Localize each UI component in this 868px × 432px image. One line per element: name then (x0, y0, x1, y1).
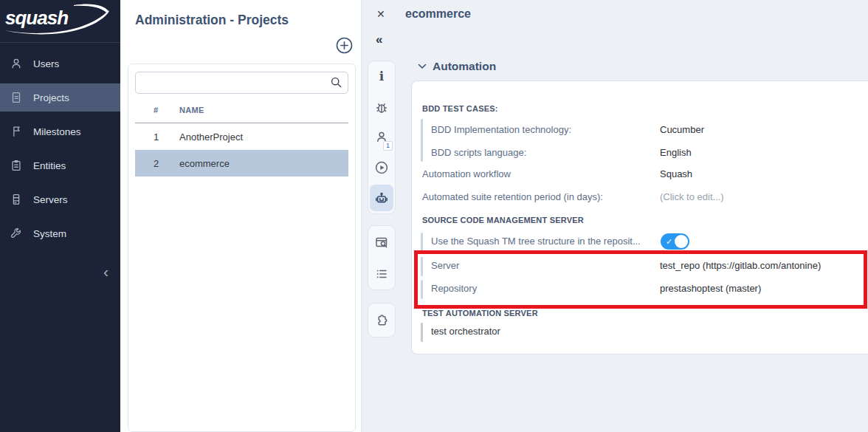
list-icon[interactable] (370, 261, 393, 287)
bdd-section-header: BDD TEST CASES: (422, 103, 498, 114)
indent-bar (421, 280, 423, 299)
detail-toolbar-main: i 1 (368, 61, 396, 214)
add-project-button[interactable] (336, 37, 353, 54)
squash-logo[interactable]: squash (0, 0, 120, 43)
projects-table-card: # NAME 1 AnotherProject 2 ecommerce (128, 64, 356, 432)
bdd-lang-value[interactable]: English (660, 145, 692, 160)
check-icon: ✓ (666, 236, 672, 247)
tree-structure-label: Use the Squash TM tree structure in the … (431, 234, 641, 249)
search-input[interactable] (135, 72, 348, 94)
sidebar-item-label: Milestones (33, 126, 81, 137)
sidebar-item-milestones[interactable]: Milestones (0, 117, 120, 145)
sidebar-item-label: Servers (33, 194, 68, 205)
sidebar-item-projects[interactable]: Projects (0, 83, 120, 112)
user-count-badge: 1 (383, 141, 393, 151)
workflow-value[interactable]: Squash (660, 167, 692, 182)
workflow-label: Automation workflow (422, 167, 511, 182)
sidebar-item-label: System (33, 228, 66, 239)
indent-bar (421, 233, 423, 252)
row-name: ecommerce (179, 158, 230, 169)
sidebar-item-label: Entities (33, 160, 66, 171)
indent-bar (421, 119, 423, 162)
app-root: squash Users Projects Milestones (0, 0, 868, 432)
sidebar-item-servers[interactable]: Servers (0, 185, 120, 213)
flag-icon (10, 125, 23, 138)
detail-title: ecommerce (405, 7, 471, 21)
table-row[interactable]: 2 ecommerce (135, 150, 348, 176)
indent-bar (421, 323, 423, 342)
automation-section-title: Automation (433, 60, 496, 73)
column-header-name[interactable]: NAME (179, 106, 204, 114)
tree-structure-toggle[interactable]: ✓ (661, 233, 689, 250)
document-icon (10, 91, 23, 104)
server-value[interactable]: test_repo (https://gitlab.com/antonine) (660, 258, 821, 273)
detail-toolbar-secondary (368, 225, 396, 290)
projects-table: # NAME 1 AnotherProject 2 ecommerce (135, 103, 348, 176)
logo-text: squash (5, 7, 68, 30)
automation-card: BDD TEST CASES: BDD Implementation techn… (411, 80, 868, 354)
table-header: # NAME (135, 103, 348, 123)
bdd-impl-value[interactable]: Cucumber (660, 123, 704, 137)
table-row[interactable]: 1 AnotherProject (135, 123, 348, 150)
page-title: Administration - Projects (135, 13, 289, 28)
repository-label: Repository (431, 281, 477, 296)
scm-section-header: SOURCE CODE MANAGEMENT SERVER (422, 214, 584, 226)
project-detail-panel: ✕ ecommerce « i 1 (362, 0, 868, 432)
server-label: Server (431, 258, 459, 273)
bdd-impl-label: BDD Implementation technology: (431, 123, 571, 137)
bug-icon[interactable] (370, 94, 393, 120)
column-header-number[interactable]: # (154, 106, 179, 114)
sidebar-nav: Users Projects Milestones Entities (0, 49, 120, 247)
server-icon (10, 193, 23, 206)
automation-section-header[interactable]: Automation (418, 60, 496, 73)
info-icon[interactable]: i (370, 64, 393, 90)
retention-value[interactable]: (Click to edit...) (660, 190, 724, 205)
tas-section-header: TEST AUTOMATION SERVER (422, 307, 538, 319)
sidebar: squash Users Projects Milestones (0, 0, 120, 432)
wrench-icon (10, 227, 23, 240)
clipboard-icon (10, 159, 23, 172)
retention-label: Automated suite retention period (in day… (422, 190, 603, 205)
close-icon[interactable]: ✕ (376, 8, 385, 20)
test-automation-server-value: test orchestrator (431, 324, 500, 339)
report-icon[interactable] (370, 229, 393, 256)
user-icon (10, 57, 23, 70)
sidebar-item-label: Projects (33, 92, 69, 103)
bdd-lang-label: BDD scripts language: (431, 145, 526, 160)
sidebar-item-users[interactable]: Users (0, 49, 120, 78)
row-number: 2 (154, 158, 179, 169)
play-icon[interactable] (370, 154, 393, 181)
robot-icon[interactable] (370, 185, 393, 211)
toggle-knob (675, 235, 688, 248)
indent-bar (421, 257, 423, 276)
row-name: AnotherProject (179, 131, 243, 143)
sidebar-item-label: Users (33, 58, 59, 69)
sidebar-collapse-chevron[interactable]: ‹ (103, 264, 108, 279)
plugin-icon[interactable] (370, 307, 393, 334)
chevron-down-icon (418, 64, 427, 69)
projects-panel: Administration - Projects # NAME 1 (120, 0, 362, 432)
sidebar-item-entities[interactable]: Entities (0, 151, 120, 179)
repository-value[interactable]: prestashoptest (master) (660, 281, 761, 296)
user-count-icon[interactable]: 1 (370, 124, 393, 151)
collapse-panel-icon[interactable]: « (376, 32, 382, 47)
row-number: 1 (154, 131, 179, 143)
search-icon (330, 76, 342, 92)
plus-circle-icon (336, 37, 353, 54)
detail-toolbar-plugins (368, 303, 396, 337)
sidebar-item-system[interactable]: System (0, 219, 120, 247)
